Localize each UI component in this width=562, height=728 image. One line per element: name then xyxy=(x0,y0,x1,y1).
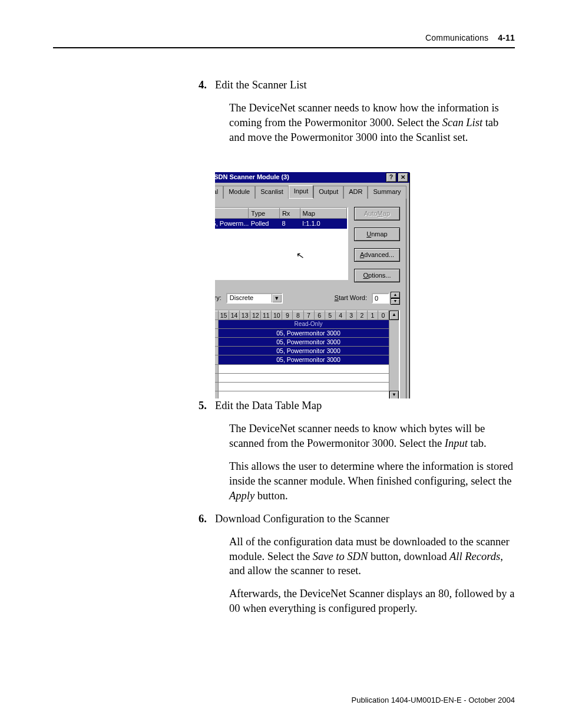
section-name: Communications xyxy=(425,33,488,42)
map-row[interactable]: I:1.405, Powermonitor 3000 xyxy=(215,355,399,364)
unmap-button[interactable]: Unmap xyxy=(354,228,400,241)
bit-col-2: 2 xyxy=(356,311,367,319)
step-6: 6. Download Configuration to the Scanner… xyxy=(215,512,515,617)
dialog-titlebar: 1747-SDN Scanner Module (3) ? ✕ xyxy=(215,172,409,183)
header-rule xyxy=(53,47,515,48)
tab-input[interactable]: Input xyxy=(289,185,313,198)
cursor-icon: ↖ xyxy=(295,249,305,263)
startword-input[interactable]: 0 xyxy=(372,293,389,304)
scroll-up-icon[interactable]: ▲ xyxy=(389,311,399,320)
node-col-rx[interactable]: Rx xyxy=(279,208,300,219)
bit-col-14: 14 xyxy=(229,311,240,319)
dialog-title: 1747-SDN Scanner Module (3) xyxy=(215,173,385,182)
map-vscrollbar[interactable]: ▲ ▼ xyxy=(389,311,399,398)
bit-col-3: 3 xyxy=(346,311,356,319)
scroll-down-icon[interactable]: ▼ xyxy=(389,391,399,398)
spin-up-icon[interactable]: ▲ xyxy=(391,292,400,298)
map-row-value xyxy=(219,373,399,382)
memory-combo[interactable]: Discrete ▼ xyxy=(226,293,283,304)
context-help-button[interactable]: ? xyxy=(386,173,396,182)
map-row-value: 05, Powermonitor 3000 xyxy=(219,347,399,355)
map-row-value: Read-Only xyxy=(219,319,399,328)
map-row-value: 05, Powermonitor 3000 xyxy=(219,328,399,337)
node-col-node[interactable]: Node xyxy=(215,208,249,219)
options-button[interactable]: Options... xyxy=(354,269,400,282)
step-number: 5. xyxy=(199,398,207,413)
startword-label: Start Word: xyxy=(335,294,367,302)
close-button[interactable]: ✕ xyxy=(398,173,408,182)
bit-col-15: 15 xyxy=(219,311,229,319)
step-number: 4. xyxy=(199,78,207,93)
tab-adr[interactable]: ADR xyxy=(343,186,368,199)
step-5-para-1: The DeviceNet scanner needs to know whic… xyxy=(229,421,515,451)
bit-col-0: 0 xyxy=(378,311,388,319)
memory-label: Memory: xyxy=(215,294,222,302)
step-title: Download Configuration to the Scanner xyxy=(215,513,389,525)
bit-col-10: 10 xyxy=(272,311,282,319)
running-header: Communications 4-11 xyxy=(53,32,515,44)
map-row[interactable]: I:1.105, Powermonitor 3000 xyxy=(215,328,399,337)
bit-col-13: 13 xyxy=(240,311,250,319)
chevron-down-icon: ▼ xyxy=(272,294,282,302)
dialog-screenshot: 1747-SDN Scanner Module (3) ? ✕ GeneralM… xyxy=(215,153,515,398)
bit-col-12: 12 xyxy=(250,311,261,319)
map-row[interactable]: I:1.5 xyxy=(215,364,399,373)
bit-col-7: 7 xyxy=(303,311,314,319)
map-row[interactable]: I:1.0Read-Only xyxy=(215,319,399,328)
step-4: 4. Edit the Scanner List The DeviceNet s… xyxy=(215,78,515,145)
step-6-para-1: All of the configuration data must be do… xyxy=(229,535,515,579)
map-row[interactable]: I:1.205, Powermonitor 3000 xyxy=(215,338,399,347)
automap-button[interactable]: AutoMap xyxy=(354,207,400,220)
step-5: 5. Edit the Data Table Map The DeviceNet… xyxy=(215,398,515,503)
map-row-value xyxy=(219,391,399,398)
step-number: 6. xyxy=(199,512,207,526)
tab-output[interactable]: Output xyxy=(313,186,343,199)
step-title: Edit the Data Table Map xyxy=(215,400,322,411)
tab-module[interactable]: Module xyxy=(223,186,255,199)
map-row[interactable]: I:1.7 xyxy=(215,382,399,391)
map-row-value xyxy=(219,382,399,391)
bit-col-9: 9 xyxy=(282,311,293,319)
map-row[interactable]: I:1.305, Powermonitor 3000 xyxy=(215,347,399,355)
map-grid[interactable]: 1514131211109876543210I:1.0Read-OnlyI:1.… xyxy=(215,309,400,398)
node-col-type[interactable]: Type xyxy=(249,208,280,219)
map-row-value: 05, Powermonitor 3000 xyxy=(219,355,399,364)
tab-summary[interactable]: Summary xyxy=(368,186,406,199)
map-row[interactable]: I:1.8 xyxy=(215,391,399,398)
tab-page-input: NodeTypeRxMap05, Powerm...Polled8I:1.1.0… xyxy=(215,198,406,398)
map-row-value: 05, Powermonitor 3000 xyxy=(219,338,399,347)
tab-general[interactable]: General xyxy=(215,186,223,199)
step-title: Edit the Scanner List xyxy=(215,79,307,91)
table-row[interactable]: 05, Powerm...Polled8I:1.1.0 xyxy=(215,219,347,229)
bit-col-4: 4 xyxy=(335,311,346,319)
advanced-button[interactable]: Advanced... xyxy=(354,248,400,262)
bit-col-8: 8 xyxy=(293,311,303,319)
step-4-para-1: The DeviceNet scanner needs to know how … xyxy=(229,101,515,145)
publication-footer: Publication 1404-UM001D-EN-E - October 2… xyxy=(352,695,515,706)
node-col-map[interactable]: Map xyxy=(300,208,346,219)
page-number: 4-11 xyxy=(498,33,515,42)
map-row-value xyxy=(219,364,399,373)
step-6-para-2: Afterwards, the DeviceNet Scanner displa… xyxy=(229,587,515,616)
bit-col-5: 5 xyxy=(325,311,335,319)
bit-col-6: 6 xyxy=(314,311,325,319)
spin-down-icon[interactable]: ▼ xyxy=(391,298,400,305)
memory-value: Discrete xyxy=(230,294,253,302)
tab-scanlist[interactable]: Scanlist xyxy=(255,186,289,199)
tab-bar: GeneralModuleScanlistInputOutputADRSumma… xyxy=(215,185,406,198)
step-5-para-2: This allows the user to determine where … xyxy=(229,459,515,503)
bit-col-1: 1 xyxy=(367,311,378,319)
node-table[interactable]: NodeTypeRxMap05, Powerm...Polled8I:1.1.0… xyxy=(215,207,348,280)
map-row[interactable]: I:1.6 xyxy=(215,373,399,382)
bit-col-11: 11 xyxy=(261,311,272,319)
